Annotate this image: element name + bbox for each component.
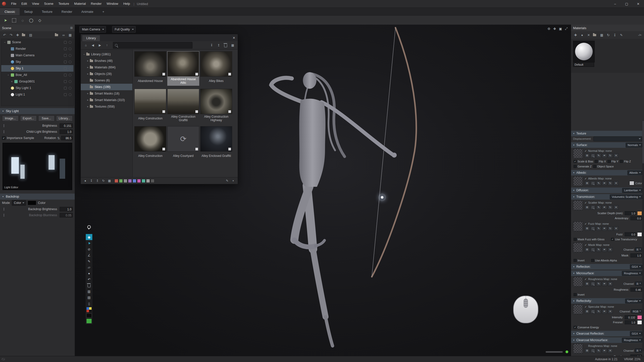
map-edit-icon[interactable]: ✒ [602, 226, 607, 231]
visibility-tool-icon[interactable]: ◉ [86, 234, 92, 240]
slider-value[interactable]: 1.0 [60, 129, 73, 134]
map-clear-icon[interactable]: ✕ [614, 153, 619, 158]
scene-tree-row[interactable]: + Group3601 [1, 78, 73, 85]
undo-icon[interactable]: ↶ [2, 32, 8, 38]
library-item[interactable]: Alley Enclosed Graffiti [200, 126, 232, 161]
material-thumbnail[interactable] [573, 41, 595, 62]
tag-color-swatch[interactable] [151, 179, 154, 183]
ellipse-select-icon[interactable]: ◯ [28, 17, 35, 24]
library-tab[interactable]: Library [82, 35, 100, 41]
channel-select[interactable]: R [635, 247, 642, 252]
backdrop-section-header[interactable]: ▼ Backdrop [0, 194, 75, 200]
dot-brush-icon[interactable]: ● [86, 270, 92, 276]
sky-thumbnail[interactable] [134, 126, 166, 152]
menu-item[interactable]: Help [121, 0, 133, 8]
import-icon[interactable]: ↧ [209, 42, 215, 48]
light-gizmo[interactable] [381, 196, 383, 199]
sky-light-button[interactable]: Save... [38, 115, 55, 121]
reflectivity-mode-select[interactable]: Specular [625, 299, 642, 303]
sky-light-button[interactable]: Image... [2, 115, 19, 121]
anisotropy-value[interactable]: 0.0 [630, 216, 642, 220]
add-object-icon[interactable]: ✚ [15, 32, 21, 38]
item-checkbox[interactable] [162, 73, 165, 76]
viewport-frame-icon[interactable]: ▣ [558, 26, 563, 31]
map-edit-icon[interactable]: ✒ [602, 205, 607, 210]
dolly-tool-icon[interactable]: ▥ [86, 288, 92, 294]
library-item[interactable]: Alley Construction [134, 126, 166, 161]
clipboard-tool-icon[interactable]: ▯ [86, 300, 92, 306]
tag-color-swatch[interactable] [137, 179, 141, 183]
map-settings-icon[interactable]: ⚙ [585, 309, 590, 314]
lock-icon[interactable] [64, 93, 67, 96]
library-item[interactable]: Abandoned House Attic [167, 51, 199, 86]
export-icon[interactable]: ↥ [216, 42, 222, 48]
backdrop-mode-select[interactable]: Color [12, 200, 26, 206]
menu-item[interactable]: Texture [56, 0, 72, 8]
slider-handle[interactable] [4, 214, 4, 217]
material-folder-icon[interactable] [592, 32, 598, 38]
lock-icon[interactable] [64, 67, 67, 70]
sky-thumbnail[interactable] [200, 89, 232, 114]
viewport-expand-icon[interactable]: ⤢ [564, 26, 569, 31]
map-clear-icon[interactable]: ✕ [608, 282, 613, 286]
scene-tree-row[interactable]: Light 1 [1, 91, 73, 98]
panel-popout-icon[interactable]: ⊞ [70, 26, 73, 30]
map-edit-icon[interactable]: ✒ [602, 309, 607, 314]
menu-item[interactable]: Edit [19, 0, 29, 8]
library-item[interactable]: Alley Construction [134, 89, 166, 123]
map-paint-icon[interactable]: ✎ [596, 247, 601, 252]
map-clear-icon[interactable]: ✕ [608, 247, 613, 252]
scene-tree-row[interactable]: − Scene [1, 39, 73, 46]
select-cursor-icon[interactable]: ➤ [2, 17, 9, 24]
backdrop-color-swatch[interactable] [28, 201, 36, 205]
folder-expander-icon[interactable]: + [86, 99, 90, 102]
map-settings-icon[interactable]: ⚙ [585, 348, 590, 353]
library-folder-row[interactable]: + Smart Materials (310) [81, 97, 132, 103]
intensity-color-swatch[interactable] [637, 315, 642, 320]
library-item[interactable]: ⟳ Alley Courtyard [167, 126, 199, 161]
clearcoat-reflection-section-header[interactable]: ▼ Clearcoat Reflection: GGX [571, 331, 644, 336]
visibility-icon[interactable] [69, 93, 71, 96]
flag-checkbox[interactable]: Generate Z [574, 165, 592, 168]
texture-slot[interactable] [573, 277, 583, 287]
flag-checkbox[interactable]: ✓Conserve Energy [574, 326, 599, 329]
materials-scrollbar[interactable] [642, 120, 644, 351]
folder-expander-icon[interactable]: + [86, 72, 90, 75]
scatter-color-swatch[interactable] [637, 211, 642, 215]
mask-value[interactable]: 1.0 [630, 253, 642, 257]
roughness-value[interactable]: 0.46 [630, 288, 642, 292]
item-checkbox[interactable] [228, 110, 231, 113]
tag-color-swatch[interactable] [119, 179, 123, 183]
sky-thumbnail[interactable]: ⟳ [167, 126, 199, 152]
microsurface-section-header[interactable]: ▼ Microsurface: Roughness [571, 270, 644, 276]
tag-color-swatch[interactable] [133, 179, 136, 183]
map-paint-icon[interactable]: ✎ [596, 309, 601, 314]
sky-thumbnail[interactable] [167, 89, 199, 114]
refresh-icon[interactable]: ↻ [101, 178, 106, 183]
lock-icon[interactable] [64, 87, 67, 89]
diffusion-section-header[interactable]: ▼ Diffusion: Lambertian [571, 188, 644, 193]
map-clear-icon[interactable]: ✕ [614, 181, 619, 186]
visibility-icon[interactable] [69, 41, 71, 44]
map-edit-icon[interactable]: ✒ [602, 247, 607, 252]
map-reload-icon[interactable]: ↻ [608, 226, 613, 231]
camera-select[interactable]: Main Camera [79, 26, 106, 33]
pointer-tool-icon[interactable]: ➤ [86, 240, 92, 246]
mask-tool-icon[interactable]: ⊘ [86, 246, 92, 252]
map-preview-icon[interactable] [590, 153, 595, 158]
quality-select[interactable]: Full Quality [112, 26, 136, 33]
reflectivity-section-header[interactable]: ▼ Reflectivity: Specular [571, 298, 644, 304]
library-item[interactable]: Alley Bikes [200, 51, 232, 86]
sky-thumbnail[interactable] [134, 51, 166, 77]
map-paint-icon[interactable]: ✎ [596, 348, 601, 353]
list-view-icon[interactable]: ▦ [107, 178, 112, 183]
scatter-depth-value[interactable]: 1.0 [625, 211, 636, 215]
trash-tool-icon[interactable] [86, 282, 92, 288]
flag-checkbox[interactable]: Invert [574, 293, 585, 296]
flag-checkbox[interactable]: Mask Fuzz with Gloss [574, 238, 605, 241]
menu-item[interactable]: View [29, 0, 42, 8]
slider-value[interactable]: 0.05 [60, 213, 73, 217]
material-refresh-icon[interactable]: ↻ [605, 32, 611, 38]
library-folder-row[interactable]: Skies (199) [81, 84, 132, 90]
horizontal-scrollbar[interactable] [546, 351, 563, 353]
